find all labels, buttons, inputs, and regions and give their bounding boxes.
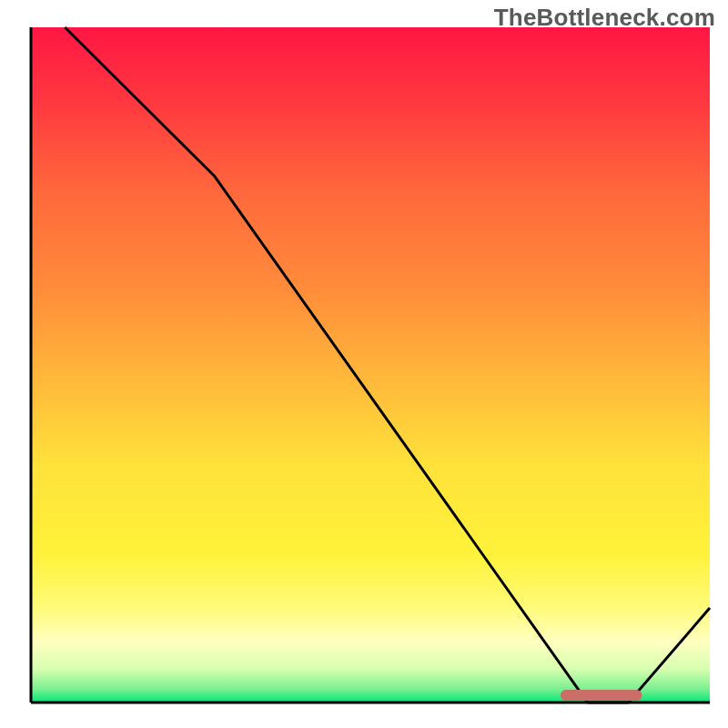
watermark-label: TheBottleneck.com: [494, 4, 715, 32]
bottleneck-chart: [0, 0, 728, 728]
chart-stage: TheBottleneck.com: [0, 0, 728, 728]
optimal-range-marker: [561, 690, 642, 701]
plot-background: [31, 27, 710, 703]
